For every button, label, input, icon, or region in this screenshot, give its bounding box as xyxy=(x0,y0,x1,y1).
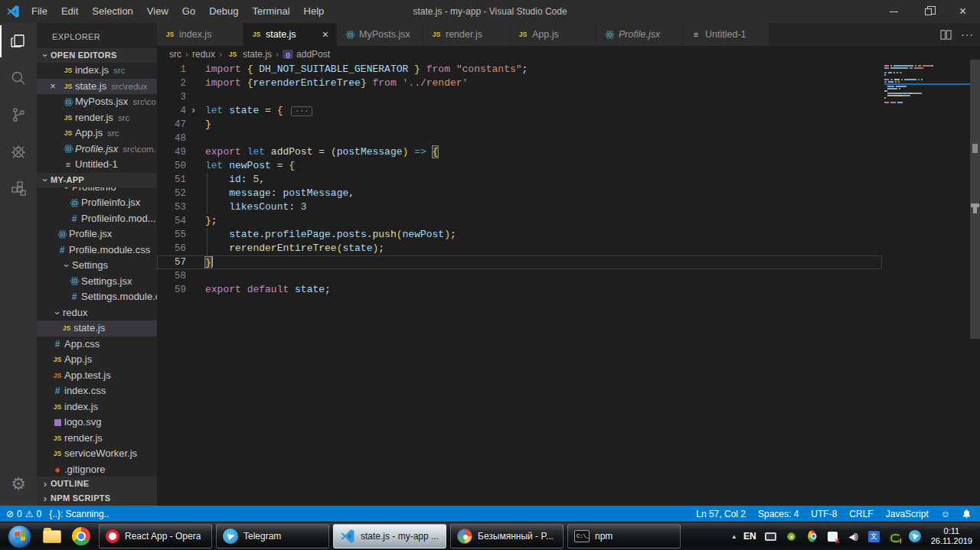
tree-item-profile.jsx[interactable]: Profile.jsx xyxy=(37,226,157,242)
section-folder[interactable]: › MY-APP xyxy=(37,173,157,187)
breadcrumb-item-redux[interactable]: redux xyxy=(192,49,215,60)
tree-item-profileinfo[interactable]: ›Profileinfo xyxy=(37,187,157,196)
code-line-59[interactable]: 59export default state; xyxy=(157,283,882,297)
code-line-54[interactable]: 54}; xyxy=(157,214,882,228)
indentation[interactable]: Spaces: 4 xyxy=(758,509,799,519)
tab-myposts.jsx[interactable]: MyPosts.jsx xyxy=(337,23,423,46)
code-line-47[interactable]: 47} xyxy=(157,118,882,132)
tab-app.js[interactable]: JSApp.js xyxy=(510,23,596,46)
open-editor-myposts.jsx[interactable]: MyPosts.jsxsrc\co... xyxy=(37,94,157,110)
menu-edit[interactable]: Edit xyxy=(54,0,85,23)
language-indicator[interactable]: EN xyxy=(743,531,756,542)
taskbar-button-cmd[interactable]: C:\_npm xyxy=(567,524,681,548)
open-editor-index.js[interactable]: JSindex.jssrc xyxy=(37,63,157,79)
tree-item-.gitignore[interactable]: ◆.gitignore xyxy=(37,462,157,477)
debug-icon[interactable] xyxy=(0,133,37,170)
tree-item-index.css[interactable]: #index.css xyxy=(37,383,157,399)
breadcrumb-item-state.js[interactable]: JSstate.js xyxy=(226,47,272,62)
tree-item-render.js[interactable]: JSrender.js xyxy=(37,431,157,447)
action-center-tray-icon[interactable] xyxy=(826,530,839,543)
tree-item-profile.module.css[interactable]: #Profile.module.css xyxy=(37,242,157,259)
start-button[interactable] xyxy=(8,525,31,548)
more-actions-icon[interactable]: ··· xyxy=(961,28,974,41)
open-editor-state.js[interactable]: ×JSstate.jssrc\redux xyxy=(37,79,157,95)
menu-file[interactable]: File xyxy=(24,0,54,23)
code-line-2[interactable]: 2import {rerenderEntireTree} from '../re… xyxy=(157,76,882,90)
taskbar-chrome-icon[interactable] xyxy=(70,525,93,548)
open-editor-profile.jsx[interactable]: Profile.jsxsrc\com... xyxy=(37,142,157,158)
tab-untitled-1[interactable]: ≡Untitled-1 xyxy=(683,23,769,46)
cursor-position[interactable]: Ln 57, Col 2 xyxy=(696,509,746,519)
section-outline[interactable]: › OUTLINE xyxy=(37,477,157,491)
taskbar-button-vscode[interactable]: state.js - my-app ... xyxy=(333,524,446,548)
section-open-editors[interactable]: › OPEN EDITORS xyxy=(37,48,157,63)
code-line-52[interactable]: 52 message: postMessage, xyxy=(157,187,882,200)
tree-item-app.css[interactable]: #App.css xyxy=(37,337,157,353)
status-green-tray-icon[interactable] xyxy=(785,530,798,543)
tree-item-profileinfo.mod...[interactable]: #Profileinfo.mod... xyxy=(37,211,157,227)
feedback-smiley-icon[interactable]: ☺ xyxy=(941,509,950,519)
open-editor-render.js[interactable]: JSrender.jssrc xyxy=(37,110,157,126)
tree-item-serviceworker.js[interactable]: JSserviceWorker.js xyxy=(37,446,157,462)
vertical-scrollbar[interactable] xyxy=(970,60,980,339)
section-npm-scripts[interactable]: › NPM SCRIPTS xyxy=(37,491,157,506)
tree-item-settings.module.c...[interactable]: #Settings.module.c... xyxy=(37,289,157,305)
tree-item-redux[interactable]: ›redux xyxy=(37,305,157,321)
code-line-56[interactable]: 56 rerenderEntireTree(state); xyxy=(157,242,882,255)
language-mode[interactable]: JavaScript xyxy=(886,509,929,519)
code-line-50[interactable]: 50let newPost = { xyxy=(157,159,882,173)
tab-index.js[interactable]: JSindex.js xyxy=(157,23,243,46)
encoding[interactable]: UTF-8 xyxy=(811,509,837,519)
taskbar-button-telegram[interactable]: Telegram xyxy=(216,524,329,548)
settings-gear-icon[interactable]: ⚙ xyxy=(0,469,37,500)
tab-profile.jsx[interactable]: Profile.jsx xyxy=(596,23,683,46)
menu-go[interactable]: Go xyxy=(175,0,202,23)
open-editor-untitled-1[interactable]: ≡Untitled-1 xyxy=(37,157,157,173)
volume-tray-icon[interactable]: ◀)) xyxy=(847,530,860,543)
close-button[interactable]: × xyxy=(946,0,980,23)
tree-item-state.js[interactable]: JSstate.js xyxy=(37,321,157,337)
notifications-bell-icon[interactable] xyxy=(962,509,971,519)
telegram-tray-icon[interactable] xyxy=(909,530,922,543)
code-line-58[interactable]: 58 xyxy=(157,269,882,283)
fold-chevron-icon[interactable]: › xyxy=(191,104,196,118)
code-line-1[interactable]: 1import { DH_NOT_SUITABLE_GENERATOR } fr… xyxy=(157,63,882,76)
chrome-tray-icon[interactable] xyxy=(805,530,818,543)
code-line-4[interactable]: 4›let state = { ··· xyxy=(157,104,882,118)
explorer-icon[interactable] xyxy=(0,23,37,60)
display-tray-icon[interactable] xyxy=(764,530,777,543)
code-editor[interactable]: 1import { DH_NOT_SUITABLE_GENERATOR } fr… xyxy=(157,63,980,506)
tree-item-profileinfo.jsx[interactable]: Profileinfo.jsx xyxy=(37,195,157,211)
source-control-icon[interactable] xyxy=(0,96,37,133)
code-line-57[interactable]: 57} xyxy=(157,255,882,269)
show-hidden-icons[interactable]: ▴ xyxy=(733,532,737,540)
minimize-button[interactable] xyxy=(877,0,911,23)
menu-selection[interactable]: Selection xyxy=(85,0,139,23)
code-line-55[interactable]: 55 state.profilePage.posts.push(newPost)… xyxy=(157,228,882,242)
code-line-53[interactable]: 53 likesCount: 3 xyxy=(157,200,882,214)
restore-button[interactable] xyxy=(911,0,946,23)
breadcrumb-item-addpost[interactable]: {}addPost xyxy=(283,49,330,60)
nvidia-tray-icon[interactable] xyxy=(888,530,901,543)
close-tab-icon[interactable]: × xyxy=(321,28,330,41)
menu-help[interactable]: Help xyxy=(297,0,332,23)
taskbar-explorer-icon[interactable] xyxy=(41,525,64,548)
menu-view[interactable]: View xyxy=(140,0,175,23)
tree-item-settings[interactable]: ›Settings xyxy=(37,258,157,274)
code-line-3[interactable]: 3 xyxy=(157,90,882,104)
tree-item-logo.svg[interactable]: logo.svg xyxy=(37,415,157,431)
eol[interactable]: CRLF xyxy=(849,509,873,519)
code-line-49[interactable]: 49export let addPost = (postMessage) => … xyxy=(157,145,882,159)
open-editor-app.js[interactable]: JSApp.jssrc xyxy=(37,125,157,142)
menu-terminal[interactable]: Terminal xyxy=(245,0,296,23)
keyboard-layout-tray-icon[interactable]: 文 xyxy=(867,530,880,543)
menu-debug[interactable]: Debug xyxy=(202,0,245,23)
scanning-status[interactable]: {..}: Scanning.. xyxy=(49,509,109,519)
search-icon[interactable] xyxy=(0,60,37,96)
split-editor-icon[interactable] xyxy=(940,29,952,41)
taskbar-button-opera[interactable]: React App - Opera xyxy=(99,524,212,548)
taskbar-clock[interactable]: 0:11 26.11.2019 xyxy=(931,526,972,546)
problems-status[interactable]: ⊘ 0 ⚠ 0 xyxy=(6,509,41,519)
breadcrumb-item-src[interactable]: src xyxy=(169,49,181,60)
tree-item-app.js[interactable]: JSApp.js xyxy=(37,352,157,368)
